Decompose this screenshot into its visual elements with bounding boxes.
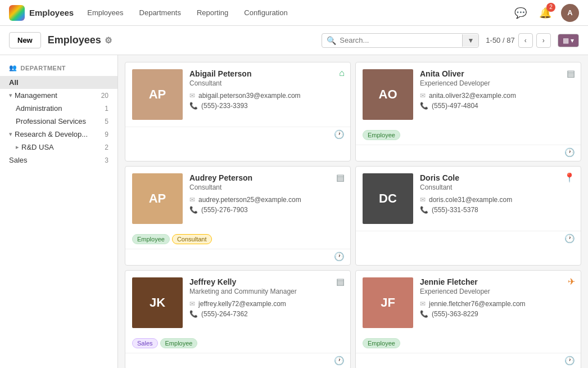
clock-icon[interactable]: 🕐 [334,252,345,262]
email-icon: ✉ [189,300,195,308]
top-nav: Employees Employees Departments Reportin… [0,0,588,26]
phone-icon: 📞 [189,310,198,318]
logo-icon [9,5,25,21]
nav-employees[interactable]: Employees [80,5,130,20]
tag-employee: Employee [363,338,400,348]
clock-icon[interactable]: 🕐 [334,129,345,140]
next-page-button[interactable]: › [536,33,551,48]
employee-card[interactable]: AP Abigail Peterson Consultant ✉ abigail… [125,62,351,161]
card-info: Audrey Peterson Consultant ✉ audrey.pete… [189,173,343,216]
card-tags: SalesEmployee [125,338,350,353]
card-footer: 🕐 [356,231,581,247]
employee-card[interactable]: AO Anita Oliver Experienced Developer ✉ … [355,62,581,161]
sidebar-section-title: 👥 DEPARTMENT [0,62,117,76]
employee-card[interactable]: DC Doris Cole Consultant ✉ doris.cole31@… [355,166,581,266]
email-icon: ✉ [420,92,426,100]
phone-icon: 📞 [420,206,428,214]
sidebar-item-research[interactable]: ▾ Research & Develop... 9 [0,128,117,141]
card-photo: JF [363,277,413,328]
search-dropdown[interactable]: ▼ [462,34,478,47]
employee-card[interactable]: JF Jennie Fletcher Experienced Developer… [355,270,581,368]
sidebar-item-management[interactable]: ▾ Management 20 [0,89,117,102]
view-toggle: ▦ ▾ [558,34,579,47]
phone-icon: 📞 [420,310,428,318]
email-icon: ✉ [189,92,195,100]
card-email: ✉ audrey.peterson25@example.com [189,196,343,204]
card-email: ✉ anita.oliver32@example.com [420,92,574,100]
employee-card[interactable]: JK Jeffrey Kelly Marketing and Community… [125,270,351,368]
email-icon: ✉ [189,196,195,204]
clock-icon[interactable]: 🕐 [564,234,575,244]
employee-card[interactable]: AP Audrey Peterson Consultant ✉ audrey.p… [125,166,351,266]
sidebar-item-rnd-usa[interactable]: ▸ R&D USA 2 [0,141,117,154]
card-main: AO Anita Oliver Experienced Developer ✉ … [356,62,581,127]
card-email: ✉ abigail.peterson39@example.com [189,92,343,100]
main-layout: 👥 DEPARTMENT All ▾ Management 20 Adminis… [0,55,588,368]
new-button[interactable]: New [9,32,41,48]
card-footer: 🕐 [125,249,350,265]
card-phone: 📞(555)-264-7362 [189,310,343,318]
nav-departments[interactable]: Departments [133,5,188,20]
card-main: JF Jennie Fletcher Experienced Developer… [356,271,581,335]
status-icon: ⌂ [339,68,345,78]
view-kanban-button[interactable]: ▦ ▾ [558,34,578,47]
page-title: Employees [48,34,101,46]
card-phone: 📞(555)-233-3393 [189,102,343,110]
toolbar: New Employees ⚙ 🔍 ▼ 1-50 / 87 ‹ › ▦ ▾ [0,26,588,55]
card-job: Consultant [189,183,343,191]
nav-reporting[interactable]: Reporting [190,5,235,20]
employee-content: AP Abigail Peterson Consultant ✉ abigail… [118,55,588,368]
card-name: Doris Cole [420,173,574,182]
card-email: ✉ jeffrey.kelly72@example.com [189,300,343,308]
tag-employee: Employee [132,234,170,244]
notification-icon[interactable]: 🔔 2 [536,4,554,22]
tag-employee: Employee [160,338,198,348]
email-icon: ✉ [420,196,426,204]
card-photo: DC [363,173,413,224]
card-phone: 📞(555)-497-4804 [420,102,574,110]
card-footer: 🕐 [356,353,581,368]
card-name: Jeffrey Kelly [189,277,343,286]
clock-icon[interactable]: 🕐 [334,356,345,366]
card-name: Anita Oliver [420,69,574,78]
card-photo: AP [132,69,183,120]
clock-icon[interactable]: 🕐 [564,356,575,366]
card-main: AP Abigail Peterson Consultant ✉ abigail… [125,62,350,127]
sidebar-item-administration[interactable]: Administration 1 [0,102,117,115]
search-icon: 🔍 [327,36,336,45]
app-logo[interactable]: Employees [9,5,74,21]
settings-icon[interactable]: ⚙ [105,35,112,46]
sidebar: 👥 DEPARTMENT All ▾ Management 20 Adminis… [0,55,118,368]
search-input[interactable] [340,36,459,44]
chat-icon[interactable]: 💬 [512,4,530,22]
card-tags: EmployeeConsultant [125,234,350,249]
sidebar-item-sales[interactable]: Sales 3 [0,154,117,167]
card-job: Marketing and Community Manager [189,288,343,295]
pagination: 1-50 / 87 ‹ › [486,33,550,48]
card-photo: AP [132,173,183,224]
sidebar-item-professional-services[interactable]: Professional Services 5 [0,115,117,128]
nav-configuration[interactable]: Configuration [237,5,294,20]
card-phone: 📞(555)-363-8229 [420,310,574,318]
clock-icon[interactable]: 🕐 [564,147,575,158]
card-info: Jeffrey Kelly Marketing and Community Ma… [189,277,343,320]
card-main: JK Jeffrey Kelly Marketing and Community… [125,271,350,335]
card-email: ✉ jennie.fletcher76@example.com [420,300,574,308]
tag-employee: Employee [363,130,400,140]
card-photo: AO [363,69,413,120]
status-icon: ✈ [568,276,575,287]
card-main: DC Doris Cole Consultant ✉ doris.cole31@… [356,167,581,231]
rnd-toggle: ▸ [16,143,19,151]
user-avatar[interactable]: A [561,4,579,22]
search-wrap: 🔍 ▼ [322,33,479,48]
card-tags: Employee [356,130,581,145]
prev-page-button[interactable]: ‹ [518,33,533,48]
management-toggle: ▾ [9,92,12,99]
sidebar-item-all[interactable]: All [0,76,117,89]
app-name: Employees [29,8,74,17]
tag-consultant: Consultant [172,234,212,244]
notification-badge: 2 [546,3,555,12]
phone-icon: 📞 [189,102,198,110]
card-info: Doris Cole Consultant ✉ doris.cole31@exa… [420,173,574,216]
avatar-initial: A [567,8,572,17]
